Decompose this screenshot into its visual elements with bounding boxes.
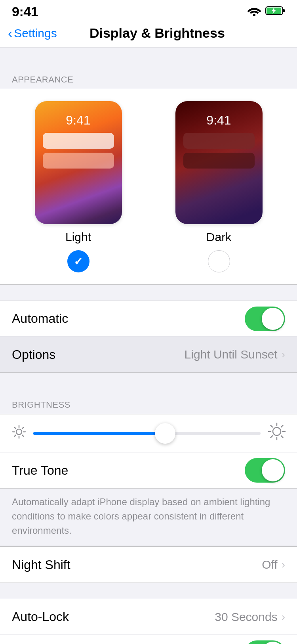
wifi-icon — [247, 6, 261, 17]
night-shift-value: Off — [262, 558, 277, 571]
automatic-group: Automatic Options Light Until Sunset › — [0, 301, 297, 373]
brightness-low-icon — [12, 425, 26, 442]
svg-line-18 — [271, 426, 273, 427]
back-chevron-icon: ‹ — [8, 26, 12, 40]
raise-to-wake-right — [245, 640, 285, 644]
night-shift-row[interactable]: Night Shift Off › — [0, 547, 297, 583]
dark-label: Dark — [206, 230, 231, 244]
light-preview-time: 9:41 — [35, 113, 122, 128]
dark-notifications — [183, 133, 255, 169]
svg-line-20 — [281, 426, 283, 427]
brightness-slider-fill — [33, 432, 165, 435]
dark-notif-2 — [183, 153, 255, 169]
gap-3 — [0, 373, 297, 389]
brightness-slider-thumb[interactable] — [155, 423, 175, 444]
status-bar: 9:41 — [0, 0, 297, 21]
light-option[interactable]: 9:41 Light ✓ — [35, 101, 122, 272]
options-right: Light Until Sunset › — [185, 348, 285, 361]
status-time: 9:41 — [12, 4, 38, 19]
appearance-section: 9:41 Light ✓ 9:41 Dark — [0, 89, 297, 285]
automatic-label: Automatic — [12, 311, 68, 326]
dark-check[interactable] — [208, 250, 230, 272]
options-value: Light Until Sunset — [185, 348, 278, 361]
dark-notif-1 — [183, 133, 255, 149]
svg-point-13 — [273, 427, 281, 435]
true-tone-footnote: Automatically adapt iPhone display based… — [0, 489, 297, 546]
svg-point-4 — [16, 429, 22, 435]
nav-bar: ‹ Settings Display & Brightness — [0, 21, 297, 48]
svg-line-10 — [22, 435, 24, 437]
auto-lock-chevron-icon: › — [282, 611, 285, 623]
true-tone-label: True Tone — [12, 463, 68, 478]
status-icons — [247, 6, 285, 17]
appearance-section-header: APPEARANCE — [0, 63, 297, 89]
automatic-toggle[interactable] — [245, 307, 285, 331]
svg-line-9 — [15, 427, 16, 429]
svg-line-21 — [271, 436, 273, 438]
night-shift-chevron-icon: › — [282, 558, 285, 571]
svg-rect-2 — [283, 9, 285, 12]
automatic-right — [245, 307, 285, 331]
light-preview: 9:41 — [35, 101, 122, 224]
gap-4 — [0, 583, 297, 599]
night-shift-right: Off › — [262, 558, 285, 571]
light-check[interactable]: ✓ — [67, 250, 89, 272]
dark-preview: 9:41 — [175, 101, 263, 224]
true-tone-row: True Tone — [0, 452, 297, 488]
page-title: Display & Brightness — [57, 25, 257, 41]
true-tone-right — [245, 458, 285, 483]
dark-preview-time: 9:41 — [175, 113, 263, 128]
raise-to-wake-row: Raise to Wake — [0, 635, 297, 644]
brightness-high-icon — [268, 422, 285, 444]
gap-1 — [0, 48, 297, 63]
raise-to-wake-toggle-thumb — [262, 642, 284, 644]
brightness-slider-row — [0, 414, 297, 452]
back-button[interactable]: ‹ Settings — [8, 27, 57, 40]
svg-line-12 — [15, 435, 16, 437]
light-notif-2 — [43, 153, 114, 169]
night-shift-label: Night Shift — [12, 558, 70, 572]
light-notif-1 — [43, 133, 114, 149]
options-chevron-icon: › — [282, 348, 285, 361]
automatic-toggle-thumb — [262, 308, 284, 330]
checkmark-icon: ✓ — [74, 255, 83, 268]
auto-lock-row[interactable]: Auto-Lock 30 Seconds › — [0, 599, 297, 635]
auto-lock-group: Auto-Lock 30 Seconds › Raise to Wake — [0, 599, 297, 644]
true-tone-toggle[interactable] — [245, 458, 285, 483]
options-label: Options — [12, 347, 55, 362]
light-label: Light — [65, 230, 91, 244]
battery-icon — [265, 6, 285, 17]
appearance-options: 9:41 Light ✓ 9:41 Dark — [8, 101, 289, 272]
auto-lock-value: 30 Seconds — [215, 610, 277, 624]
night-shift-group: Night Shift Off › — [0, 546, 297, 583]
dark-option[interactable]: 9:41 Dark — [175, 101, 263, 272]
auto-lock-label: Auto-Lock — [12, 610, 69, 624]
options-row[interactable]: Options Light Until Sunset › — [0, 337, 297, 372]
gap-2 — [0, 285, 297, 301]
back-label: Settings — [14, 27, 57, 40]
svg-line-19 — [281, 436, 283, 438]
svg-point-0 — [253, 14, 255, 16]
svg-line-11 — [22, 427, 24, 429]
automatic-row: Automatic — [0, 301, 297, 337]
brightness-section-header: BRIGHTNESS — [0, 389, 297, 414]
brightness-slider-track[interactable] — [33, 432, 261, 435]
true-tone-toggle-thumb — [262, 459, 284, 481]
brightness-group: True Tone — [0, 414, 297, 489]
light-notifications — [43, 133, 114, 169]
auto-lock-right: 30 Seconds › — [215, 610, 285, 624]
raise-to-wake-toggle[interactable] — [245, 640, 285, 644]
